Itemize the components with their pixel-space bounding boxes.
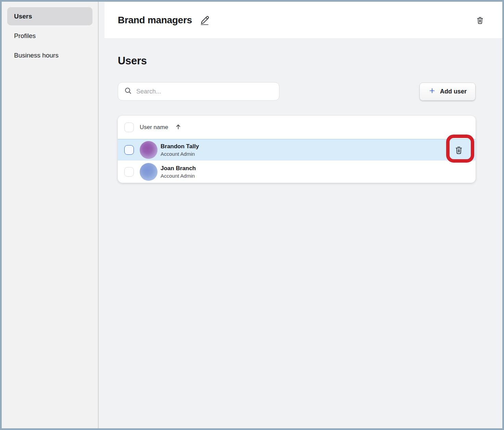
page-title: Brand managers (118, 15, 192, 26)
user-name: Brandon Tally (161, 143, 199, 150)
search-input[interactable] (136, 88, 273, 95)
select-all-checkbox[interactable] (124, 123, 134, 132)
trash-icon (476, 16, 484, 25)
edit-title-button[interactable] (200, 15, 210, 25)
users-table: User name Brandon Tally Account Admin (118, 116, 476, 183)
user-role: Account Admin (161, 151, 199, 157)
arrow-up-icon[interactable] (175, 123, 182, 132)
row-delete-button[interactable] (454, 145, 464, 155)
sidebar-item-users-label: Users (14, 13, 32, 20)
sidebar: Users Profiles Business hours (2, 2, 99, 428)
add-user-button[interactable]: Add user (419, 83, 476, 101)
search-icon (124, 87, 132, 96)
avatar (140, 141, 158, 159)
sidebar-item-profiles[interactable]: Profiles (7, 27, 92, 45)
content-area: Users Add user (104, 39, 502, 183)
table-header-row: User name (118, 116, 476, 139)
section-title: Users (118, 55, 476, 67)
trash-icon (454, 145, 464, 155)
user-role: Account Admin (161, 173, 196, 179)
row-checkbox[interactable] (124, 145, 134, 155)
sidebar-item-users[interactable]: Users (7, 7, 92, 25)
page-header: Brand managers (104, 2, 502, 39)
row-checkbox[interactable] (124, 167, 134, 177)
delete-group-button[interactable] (476, 16, 484, 25)
sidebar-item-business-hours[interactable]: Business hours (7, 46, 92, 64)
pencil-icon (200, 15, 210, 25)
avatar (140, 163, 158, 181)
column-header-user-name[interactable]: User name (140, 124, 168, 131)
search-box (118, 82, 279, 101)
add-user-button-label: Add user (440, 88, 467, 95)
table-row[interactable]: Joan Branch Account Admin (118, 160, 476, 183)
table-row[interactable]: Brandon Tally Account Admin (118, 139, 476, 160)
user-name: Joan Branch (161, 165, 196, 172)
sidebar-item-profiles-label: Profiles (14, 32, 36, 40)
sidebar-item-business-hours-label: Business hours (14, 52, 59, 59)
plus-icon (428, 87, 436, 96)
main-area: Brand managers (99, 2, 502, 428)
